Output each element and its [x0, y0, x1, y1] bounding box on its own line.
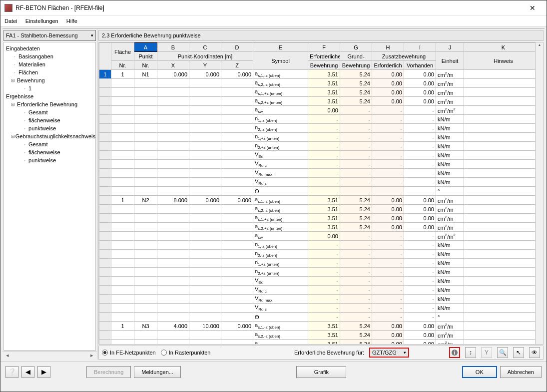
table-row[interactable]: Θ----°: [99, 187, 543, 196]
table-row[interactable]: VRd,s----kN/m: [99, 304, 543, 313]
find-button[interactable]: 🔍: [497, 347, 508, 358]
tree-serv-surface[interactable]: flächenweise: [4, 148, 95, 156]
row-header[interactable]: [99, 322, 111, 331]
table-row[interactable]: n2,+z (unten)----kN/m: [99, 142, 543, 151]
table-row[interactable]: VRd,max----kN/m: [99, 169, 543, 178]
row-header[interactable]: [99, 142, 111, 151]
row-header[interactable]: [99, 160, 111, 169]
pick-button[interactable]: ↖: [513, 347, 524, 358]
tree-serv-point[interactable]: punktweise: [4, 156, 95, 164]
row-header[interactable]: [99, 268, 111, 277]
row-header[interactable]: [99, 313, 111, 322]
graphic-button[interactable]: Grafik: [296, 366, 346, 378]
table-row[interactable]: 1N28.0000.0000.000as,1,-z (oben)3.515.24…: [99, 196, 543, 205]
table-row[interactable]: n1,-z (oben)----kN/m: [99, 241, 543, 250]
cancel-button[interactable]: Abbrechen: [500, 366, 542, 378]
table-row[interactable]: n1,-z (oben)----kN/m: [99, 115, 543, 124]
table-row[interactable]: as,2,-z (oben)3.515.240.000.00cm2/m: [99, 205, 543, 214]
row-header[interactable]: [99, 340, 111, 345]
row-header[interactable]: [99, 88, 111, 97]
row-header[interactable]: [99, 115, 111, 124]
table-row[interactable]: n2,-z (oben)----kN/m: [99, 124, 543, 133]
row-header[interactable]: [99, 196, 111, 205]
table-row[interactable]: as,2,-z (oben)3.515.240.000.00cm2/m: [99, 79, 543, 88]
row-header[interactable]: [99, 232, 111, 241]
tree-req-total[interactable]: Gesamt: [4, 108, 95, 116]
design-situation-combo[interactable]: GZT/GZG: [369, 348, 409, 358]
tree-surfaces[interactable]: Flächen: [4, 68, 95, 76]
tree-hscroll[interactable]: ◂▸: [2, 352, 97, 360]
ok-button[interactable]: OK: [462, 366, 497, 378]
row-header[interactable]: [99, 331, 111, 340]
table-row[interactable]: asw0.00---cm2/m2: [99, 232, 543, 241]
row-header[interactable]: [99, 97, 111, 106]
row-header[interactable]: [99, 223, 111, 232]
row-header[interactable]: [99, 133, 111, 142]
tree-reinforcement[interactable]: ⊟Bewehrung: [4, 76, 95, 84]
menu-file[interactable]: Datei: [4, 18, 17, 24]
table-row[interactable]: as,2,+z (unten)3.515.240.000.00cm2/m: [99, 97, 543, 106]
tree-basic[interactable]: Basisangaben: [4, 52, 95, 60]
table-row[interactable]: 11N10.0000.0000.000as,1,-z (oben)3.515.2…: [99, 70, 543, 79]
row-header[interactable]: [99, 259, 111, 268]
radio-raster-points[interactable]: In Rasterpunkten: [161, 350, 211, 356]
messages-button[interactable]: Meldungen...: [134, 366, 181, 378]
table-row[interactable]: Θ----°: [99, 313, 543, 322]
nav-tree[interactable]: Eingabedaten Basisangaben Materialien Fl…: [3, 42, 96, 351]
tree-input-data[interactable]: Eingabedaten: [4, 44, 95, 52]
tree-serviceability[interactable]: ⊟Gebrauchstauglichkeitsnachweis: [4, 132, 95, 140]
menu-settings[interactable]: Einstellungen: [25, 18, 58, 24]
row-header[interactable]: [99, 151, 111, 160]
table-row[interactable]: VRd,c----kN/m: [99, 160, 543, 169]
sort-button[interactable]: ↕: [465, 347, 476, 358]
view-button[interactable]: 👁: [529, 347, 540, 358]
tree-reinforcement-1[interactable]: 1: [4, 84, 95, 92]
row-header[interactable]: [99, 295, 111, 304]
table-row[interactable]: n2,+z (unten)----kN/m: [99, 268, 543, 277]
row-header[interactable]: [99, 178, 111, 187]
table-row[interactable]: as,2,-z (oben)3.515.240.000.00cm2/m: [99, 331, 543, 340]
load-case-combo[interactable]: FA1 - Stahlbeton-Bemessung: [3, 30, 96, 41]
results-grid[interactable]: Fläche A B C D E F G H I J K: [99, 42, 543, 345]
menu-help[interactable]: Hilfe: [66, 18, 77, 24]
row-header[interactable]: [99, 304, 111, 313]
radio-fe-points[interactable]: In FE-Netzpunkten: [102, 350, 156, 356]
help-button[interactable]: ❔: [5, 366, 18, 378]
row-header[interactable]: [99, 205, 111, 214]
table-row[interactable]: n1,+z (unten)----kN/m: [99, 133, 543, 142]
table-row[interactable]: VRd,s----kN/m: [99, 178, 543, 187]
row-header[interactable]: [99, 79, 111, 88]
row-header[interactable]: [99, 241, 111, 250]
prev-button[interactable]: ◀: [21, 366, 34, 378]
results-grid-wrap[interactable]: Fläche A B C D E F G H I J K: [98, 42, 544, 345]
table-row[interactable]: as,2,+z (unten)3.515.240.000.00cm2/m: [99, 223, 543, 232]
table-row[interactable]: 1N34.00010.0000.000as,1,-z (oben)3.515.2…: [99, 322, 543, 331]
tree-req-reinf[interactable]: ⊟Erforderliche Bewehrung: [4, 100, 95, 108]
row-header[interactable]: [99, 214, 111, 223]
vertical-scrollbar[interactable]: [535, 42, 543, 344]
table-row[interactable]: VRd,max----kN/m: [99, 295, 543, 304]
next-button[interactable]: ▶: [37, 366, 50, 378]
table-row[interactable]: VRd,c----kN/m: [99, 286, 543, 295]
row-header[interactable]: [99, 187, 111, 196]
table-row[interactable]: as,1,+z (unten)3.515.240.000.00cm2/m: [99, 214, 543, 223]
row-header[interactable]: 1: [99, 70, 111, 79]
tree-req-surface[interactable]: flächenweise: [4, 116, 95, 124]
close-button[interactable]: ✕: [523, 4, 543, 12]
table-row[interactable]: as,1,+z (unten)3.515.240.000.00cm2/m: [99, 340, 543, 345]
table-row[interactable]: n1,+z (unten)----kN/m: [99, 259, 543, 268]
table-row[interactable]: n2,-z (oben)----kN/m: [99, 250, 543, 259]
row-header[interactable]: [99, 169, 111, 178]
row-header[interactable]: [99, 286, 111, 295]
row-header[interactable]: [99, 124, 111, 133]
table-row[interactable]: VEd----kN/m: [99, 277, 543, 286]
row-header[interactable]: [99, 277, 111, 286]
tree-serv-total[interactable]: Gesamt: [4, 140, 95, 148]
info-button[interactable]: i: [449, 347, 460, 358]
tree-req-point[interactable]: punktweise: [4, 124, 95, 132]
row-header[interactable]: [99, 106, 111, 115]
tree-results[interactable]: Ergebnisse: [4, 92, 95, 100]
tree-materials[interactable]: Materialien: [4, 60, 95, 68]
table-row[interactable]: as,1,+z (unten)3.515.240.000.00cm2/m: [99, 88, 543, 97]
row-header[interactable]: [99, 250, 111, 259]
